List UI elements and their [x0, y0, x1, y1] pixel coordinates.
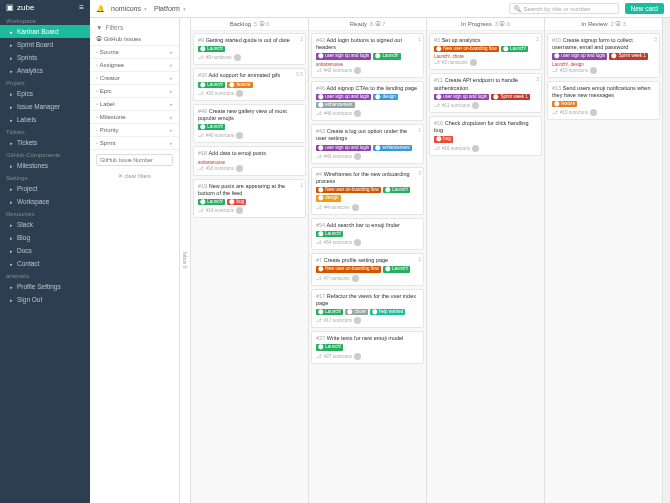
clear-filters-button[interactable]: ✕ clear filters: [90, 170, 179, 182]
brand-logo[interactable]: ▣ zube ≡: [0, 0, 90, 15]
github-icon: ⎇: [316, 205, 322, 210]
sidebar-item-docs[interactable]: ▸Docs: [0, 244, 90, 257]
kanban-card[interactable]: #3 Set up analytics⬤ New user on-boardin…: [429, 33, 542, 70]
profile-icon: ▸: [10, 284, 13, 290]
sidebar-item-labels[interactable]: ▸Labels: [0, 113, 90, 126]
sidebar-item-slack[interactable]: ▸Slack: [0, 218, 90, 231]
avatar: [472, 102, 479, 109]
sidebar-item-kanban-board[interactable]: ▸Kanban Board: [0, 25, 90, 38]
kanban-card[interactable]: #27 Write tests for new emoji model⬤ Lau…: [311, 331, 424, 363]
kanban-card[interactable]: #16 Check dropdown for click handling bu…: [429, 116, 542, 156]
new-card-button[interactable]: New card: [625, 3, 664, 14]
sidebar-item-sign-out[interactable]: ▸Sign Out: [0, 293, 90, 306]
avatar: [590, 67, 597, 74]
kanban-card[interactable]: #4 Wireframes for the new onboarding pro…: [311, 167, 424, 215]
sidebar-item-contact[interactable]: ▸Contact: [0, 257, 90, 270]
sidebar-item-label: Sprint Board: [17, 41, 53, 48]
column-header: In Review 2 ⦿ 3: [545, 18, 662, 31]
kanban-card[interactable]: #11 Create API endpoint to handle authen…: [429, 73, 542, 113]
bell-icon[interactable]: 🔔: [96, 5, 105, 13]
sidebar-item-label: Project: [17, 185, 37, 192]
kanban-card[interactable]: #9 Getting started guide is out of date⬤…: [193, 33, 306, 65]
kanban-card[interactable]: #18 Add data to emoji postsanitaramosse⎇…: [193, 146, 306, 175]
sidebar-item-milestones[interactable]: ▸Milestones: [0, 159, 90, 172]
filter-github-issues[interactable]: ⦿ GitHub Issues: [90, 33, 179, 46]
sidebar-item-issue-manager[interactable]: ▸Issue Manager: [0, 100, 90, 113]
card-points: 1: [418, 127, 421, 133]
github-icon: ⎇: [434, 103, 440, 108]
github-icon: ⎇: [198, 166, 204, 171]
kanban-card[interactable]: #20 Add support for animated gifs⬤ Launc…: [193, 68, 306, 100]
card-label: ⬤ help wanted: [370, 309, 406, 315]
card-label: ⬤ user sign up and login: [316, 145, 371, 151]
slack-icon: ▸: [10, 222, 13, 228]
sidebar-item-profile-settings[interactable]: ▸Profile Settings: [0, 280, 90, 293]
sprint-icon: ▸: [10, 42, 13, 48]
avatar: [354, 67, 361, 74]
avatar: [470, 59, 477, 66]
kanban-card[interactable]: #13 Send users emoji notifications when …: [547, 81, 660, 121]
search-placeholder: Search by title or number: [524, 6, 591, 12]
kanban-card[interactable]: #43 Create a log out option under the us…: [311, 124, 424, 164]
menu-icon[interactable]: ≡: [79, 3, 84, 12]
card-label: ⬤ Launch!: [198, 124, 225, 130]
column-body[interactable]: #42 Add login buttons to signed out head…: [309, 31, 426, 503]
kanban-card[interactable]: #42 Add login buttons to signed out head…: [311, 33, 424, 78]
sidebar-item-epics[interactable]: ▸Epics: [0, 87, 90, 100]
labels-icon: ▸: [10, 117, 13, 123]
filter-creator[interactable]: ◦ Creator▸: [90, 72, 179, 85]
sidebar-item-sprints[interactable]: ▸Sprints: [0, 51, 90, 64]
brand-text: zube: [17, 3, 34, 12]
github-issue-number-input[interactable]: [96, 154, 173, 166]
project-selector[interactable]: nomicons ▼: [111, 5, 148, 12]
card-label: ⬤ Launch!: [383, 187, 410, 193]
settings-project-icon: ▸: [10, 186, 13, 192]
card-label: ⬤ Launch!: [198, 46, 225, 52]
filter-source[interactable]: ◦ Source▸: [90, 46, 179, 59]
kanban-card[interactable]: #7 Create profile setting page⬤ New user…: [311, 253, 424, 285]
github-icon: ⎇: [198, 55, 204, 60]
sidebar-item-tickets[interactable]: ▸Tickets: [0, 136, 90, 149]
filter-sprint[interactable]: ◦ Sprint▸: [90, 137, 179, 150]
main: 🔔 nomicons ▼ Platform ▼ 🔍 Search by titl…: [90, 0, 670, 503]
column-body[interactable]: #3 Set up analytics⬤ New user on-boardin…: [427, 31, 544, 503]
column-body[interactable]: #10 Create signup form to collect userna…: [545, 31, 662, 503]
filter-epic[interactable]: ◦ Epic▸: [90, 85, 179, 98]
kanban-card[interactable]: #10 Create signup form to collect userna…: [547, 33, 660, 78]
inbox-tab[interactable]: Inbox 0: [180, 18, 191, 503]
column-body[interactable]: #9 Getting started guide is out of date⬤…: [191, 31, 308, 503]
avatar: [590, 109, 597, 116]
kanban-card[interactable]: #17 Refactor the views for the user inde…: [311, 289, 424, 329]
card-points: 3: [418, 170, 421, 176]
avatar: [236, 207, 243, 214]
chevron-right-icon: ▸: [170, 75, 173, 81]
filter-priority[interactable]: ◦ Priority▸: [90, 124, 179, 137]
search-input[interactable]: 🔍 Search by title or number: [509, 3, 619, 14]
github-icon: ⎇: [434, 60, 440, 65]
kanban-card[interactable]: #19 New posts are appearing at the botto…: [193, 179, 306, 219]
card-label: ⬤ bug: [434, 136, 453, 142]
kanban-card[interactable]: #54 Add search bar to emoji finder⬤ Laun…: [311, 218, 424, 250]
filter-milestone[interactable]: ◦ Milestone▸: [90, 111, 179, 124]
card-label: ⬤ user sign up and login: [434, 94, 489, 100]
kanban-card[interactable]: #46 Add signup CTAs to the landing page⬤…: [311, 81, 424, 122]
sidebar-section-header: Workspace: [0, 15, 90, 25]
sidebar-section-header: Project: [0, 77, 90, 87]
cube-icon: ▣: [6, 3, 14, 12]
filter-label[interactable]: ◦ Label▸: [90, 98, 179, 111]
card-label: ⬤ user sign up and login: [316, 94, 371, 100]
avatar: [352, 204, 359, 211]
workspace-selector[interactable]: Platform ▼: [154, 5, 187, 12]
filter-assignee[interactable]: ◦ Assignee▸: [90, 59, 179, 72]
avatar: [354, 110, 361, 117]
github-icon: ⎇: [316, 111, 322, 116]
sidebar-item-sprint-board[interactable]: ▸Sprint Board: [0, 38, 90, 51]
blog-icon: ▸: [10, 235, 13, 241]
sidebar-item-analytics[interactable]: ▸Analytics: [0, 64, 90, 77]
sidebar-item-project[interactable]: ▸Project: [0, 182, 90, 195]
github-icon: ⎇: [552, 68, 558, 73]
sidebar-item-blog[interactable]: ▸Blog: [0, 231, 90, 244]
kanban-card[interactable]: #40 Create new gallery view of most popu…: [193, 104, 306, 144]
avatar: [354, 317, 361, 324]
sidebar-item-workspace[interactable]: ▸Workspace: [0, 195, 90, 208]
